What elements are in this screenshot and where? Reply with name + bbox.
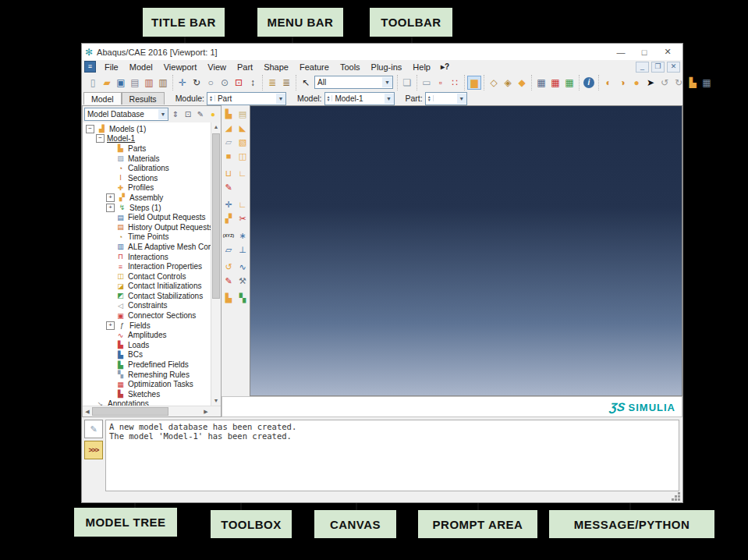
collapse-icon[interactable]: − — [96, 134, 105, 143]
tree-item-model-1[interactable]: −Model-1 — [83, 134, 221, 144]
expand-icon[interactable]: + — [106, 321, 115, 330]
maximize-button[interactable]: □ — [633, 48, 656, 57]
tree-item-contact-initializations[interactable]: ◪Contact Initializations — [83, 282, 221, 292]
datum-plane-icon[interactable]: ▱ — [222, 243, 235, 256]
model-combo[interactable]: ▲▼Model-1▼ — [324, 92, 395, 105]
close-button[interactable]: ✕ — [656, 47, 679, 57]
dropdown-arrow-icon[interactable]: ▼ — [382, 77, 392, 87]
color-code-icon[interactable]: ∷ — [448, 76, 462, 90]
trim-geometry-icon[interactable]: ✂ — [236, 212, 249, 225]
python-kernel-tab[interactable]: >>> — [84, 441, 103, 459]
edit-display-group-icon[interactable]: ▫ — [434, 76, 448, 90]
create-boss-icon[interactable]: ⊔ — [222, 167, 235, 179]
database-upload-icon[interactable]: ▥ — [142, 76, 156, 90]
create-shell-extrude-icon[interactable]: ◢ — [222, 122, 235, 134]
menu-feature[interactable]: Feature — [294, 62, 335, 72]
box-zoom-icon[interactable]: ⊙ — [218, 76, 232, 90]
database-selector-combo[interactable]: Model Database ▼ — [84, 108, 168, 121]
mdi-close-button[interactable]: ✕ — [667, 62, 680, 73]
spinner-icon[interactable]: ▲▼ — [426, 95, 434, 101]
tree-item-steps-1[interactable]: +↯Steps (1) — [83, 203, 221, 213]
selection-filter-combo[interactable]: All▼ — [314, 76, 393, 89]
datum-csys-icon[interactable]: ⊥ — [236, 243, 249, 256]
spinner-icon[interactable]: ▲▼ — [207, 95, 215, 101]
menu-help[interactable]: Help — [407, 62, 436, 72]
tree-item-history-output-requests[interactable]: ▤History Output Requests — [83, 222, 221, 232]
expand-icon[interactable]: + — [106, 204, 115, 212]
cycle-views-icon[interactable]: ↕ — [246, 76, 260, 90]
tree-item-sketches[interactable]: ▙Sketches — [83, 389, 221, 399]
viewport-canvas[interactable] — [250, 105, 682, 396]
dropdown-arrow-icon[interactable]: ▼ — [457, 94, 466, 104]
tree-horizontal-scrollbar[interactable]: ◀ ▶ — [83, 406, 221, 416]
tree-item-ale-adaptive-mesh-constraints[interactable]: ▥ALE Adaptive Mesh Constraints — [83, 242, 221, 252]
database-download-icon[interactable]: ▥ — [156, 76, 170, 90]
collapse-all-icon[interactable]: ⊡ — [183, 109, 193, 120]
tree-spinner-icon[interactable]: ⇕ — [170, 109, 181, 120]
part-combo[interactable]: ▲▼▼ — [425, 92, 467, 105]
mdi-minimize-button[interactable]: _ — [636, 62, 649, 73]
datum-axis-icon[interactable]: ∗ — [236, 229, 249, 242]
create-planar-shell-icon[interactable]: ▱ — [222, 136, 235, 148]
boolean-intersect-icon[interactable]: ◑ — [615, 76, 629, 90]
tree-item-optimization-tasks[interactable]: ▦Optimization Tasks — [83, 379, 221, 389]
calculator-icon[interactable]: ▦ — [700, 76, 714, 90]
query-info-icon[interactable]: i — [582, 76, 596, 90]
menu-plug-ins[interactable]: Plug-ins — [366, 62, 408, 72]
scroll-right-icon[interactable]: ▶ — [201, 409, 211, 415]
create-solid-loft-icon[interactable]: ▧ — [236, 136, 249, 148]
mesh-wireframe-icon[interactable]: ▦ — [534, 76, 548, 90]
dropdown-arrow-icon[interactable]: ▼ — [276, 94, 285, 104]
new-model-database-icon[interactable]: ▯ — [86, 76, 100, 90]
linked-viewports-icon[interactable]: ❏ — [400, 76, 414, 90]
tree-item-bcs[interactable]: ▙BCs — [83, 350, 221, 360]
tree-item-loads[interactable]: ▙Loads — [83, 340, 221, 350]
tree-item-time-points[interactable]: ◔Time Points — [83, 232, 221, 243]
tree-item-amplitudes[interactable]: ∿Amplitudes — [83, 330, 221, 340]
mdi-restore-button[interactable]: ❐ — [651, 62, 665, 73]
view-cut-icon[interactable]: ▭ — [420, 76, 434, 90]
tree-item-models-1[interactable]: −▟Models (1) — [83, 124, 221, 134]
partition-face-icon[interactable]: ∟ — [236, 198, 249, 211]
dropdown-arrow-icon[interactable]: ▼ — [385, 94, 394, 104]
wireframe-render-icon[interactable]: ◇ — [487, 76, 501, 90]
render-beam-profiles-icon[interactable]: ▆ — [467, 76, 481, 90]
assign-midsurface-icon[interactable]: ▚ — [236, 292, 249, 304]
menu-view[interactable]: View — [202, 62, 232, 72]
perspective-on-icon[interactable]: ≣ — [265, 76, 279, 90]
magnify-view-icon[interactable]: ○ — [204, 76, 218, 90]
message-log-tab[interactable]: ✎ — [84, 420, 103, 438]
expand-icon[interactable]: + — [106, 193, 115, 202]
part-manager-icon[interactable]: ▤ — [236, 108, 249, 120]
hidden-line-render-icon[interactable]: ◈ — [501, 76, 515, 90]
amplitude-tool-icon[interactable]: ∿ — [236, 261, 249, 273]
selection-pointer-icon[interactable]: ↖ — [299, 76, 313, 90]
undo-icon[interactable]: ↺ — [658, 76, 672, 90]
module-combo[interactable]: ▲▼Part▼ — [207, 92, 286, 105]
tree-scroll-thumb[interactable] — [212, 133, 220, 299]
tree-item-constraints[interactable]: ◁Constraints — [83, 301, 221, 311]
create-bracket-icon[interactable]: ∟ — [236, 167, 249, 179]
tree-item-parts[interactable]: ▙Parts — [83, 144, 221, 154]
mesh-shaded-icon[interactable]: ▦ — [562, 76, 576, 90]
tree-item-connector-sections[interactable]: ▣Connector Sections — [83, 310, 221, 321]
scroll-left-icon[interactable]: ◀ — [83, 409, 92, 415]
menu-file[interactable]: File — [99, 62, 124, 72]
tree-item-predefined-fields[interactable]: ▙Predefined Fields — [83, 360, 221, 370]
perspective-off-icon[interactable]: ≣ — [279, 76, 293, 90]
tree-item-calibrations[interactable]: ◔Calibrations — [83, 163, 221, 173]
auto-fit-view-icon[interactable]: ⊡ — [232, 76, 246, 90]
context-help-icon[interactable]: ▸? — [436, 62, 454, 71]
boolean-union-icon[interactable]: ◐ — [601, 76, 615, 90]
partition-cell-icon[interactable]: ✛ — [222, 198, 235, 211]
geometry-edit-icon[interactable]: ▙ — [222, 292, 235, 304]
pan-view-icon[interactable]: ✛ — [175, 76, 190, 90]
rotate-view-icon[interactable]: ↻ — [190, 76, 204, 90]
shaded-render-icon[interactable]: ◆ — [515, 76, 529, 90]
redo-icon[interactable]: ↻ — [672, 76, 686, 90]
spinner-icon[interactable]: ▲▼ — [325, 95, 333, 101]
tree-item-contact-stabilizations[interactable]: ◩Contact Stabilizations — [83, 291, 221, 301]
partition-edge-icon[interactable]: ▞ — [222, 212, 235, 225]
menu-part[interactable]: Part — [232, 62, 258, 72]
mesh-outline-icon[interactable]: ▦ — [548, 76, 562, 90]
